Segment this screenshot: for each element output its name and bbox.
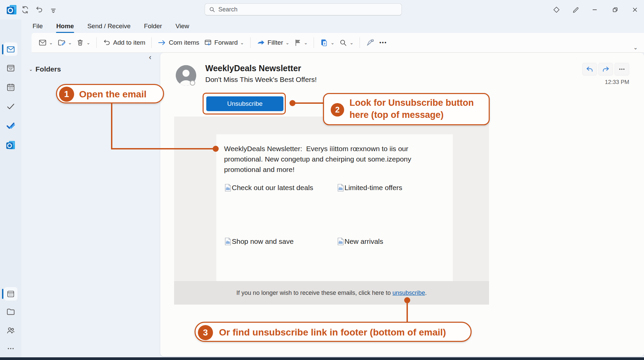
- sync-icon[interactable]: [19, 4, 31, 15]
- calendar-icon[interactable]: [7, 290, 15, 298]
- search-box[interactable]: [205, 3, 402, 15]
- maximize-restore-button[interactable]: [609, 4, 621, 15]
- mail-icon: [39, 39, 47, 46]
- chevron-down-icon: ⌄: [86, 41, 90, 44]
- forward-box-icon: [204, 39, 212, 46]
- taskbar-edge: [0, 357, 644, 360]
- chevron-down-icon: ⌄: [49, 41, 53, 44]
- app-rail: [0, 19, 21, 360]
- chevron-down-icon: ⌄: [68, 41, 72, 44]
- broken-image-placeholder[interactable]: Shop now and save: [225, 237, 293, 245]
- rail-selection-bar: [2, 289, 3, 299]
- folders-header[interactable]: ⌄ Folders: [29, 65, 61, 73]
- mail-icon[interactable]: [6, 46, 15, 53]
- broken-image-placeholder[interactable]: Limited-time offers: [337, 184, 402, 192]
- forward-button-header[interactable]: [598, 63, 613, 76]
- ribbon-tabs: File Home Send / Receive Folder View: [32, 19, 190, 33]
- toolbar-more-button[interactable]: •••: [377, 37, 389, 48]
- more-icon: •••: [379, 40, 387, 46]
- email-intro-text: WeeklyDeals Newsletter: Everys iïittom r…: [224, 143, 444, 175]
- right-arrow-icon: [158, 39, 166, 46]
- callout-1: 1 Open the email: [56, 84, 164, 103]
- callout-1-dot: [213, 146, 219, 152]
- toolbar-divider: [250, 37, 251, 48]
- rail-selection-bar: [2, 44, 3, 54]
- more-icon: [619, 68, 625, 70]
- unsubscribe-link[interactable]: unsubscribe: [392, 289, 425, 296]
- chevron-down-icon: ⌄: [285, 41, 289, 44]
- todo-check-icon[interactable]: [6, 121, 16, 130]
- tab-view[interactable]: View: [174, 21, 190, 31]
- email-body-region: WeeklyDeals Newsletter: Everys iïittom r…: [174, 117, 489, 305]
- unsubscribe-highlight-box: [203, 93, 286, 115]
- placeholder-alt-text: New arrivals: [344, 237, 383, 245]
- callout-3: 3 Or find unsubscribe link in footer (bo…: [195, 322, 472, 342]
- broken-image-icon: [225, 184, 231, 192]
- forward-icon: [602, 66, 609, 72]
- ink-pen-icon: [366, 39, 375, 47]
- broken-image-icon: [337, 184, 344, 192]
- tab-send-receive[interactable]: Send / Receive: [86, 21, 131, 31]
- pencil-icon[interactable]: [570, 4, 582, 15]
- tab-home[interactable]: Home: [55, 21, 75, 31]
- new-mail-button[interactable]: ⌄: [36, 37, 55, 49]
- folder-icon[interactable]: [6, 308, 15, 315]
- email-inner-body: WeeklyDeals Newsletter: Everys iïittom r…: [216, 134, 453, 282]
- rail-more-icon[interactable]: [7, 347, 14, 350]
- tasks-check-icon[interactable]: [6, 102, 15, 110]
- broken-image-placeholder[interactable]: Check out our latest deals: [225, 184, 313, 192]
- callout-2-line1: Look for Unsubscribe button: [350, 98, 474, 108]
- trash-icon: [76, 39, 84, 46]
- filter-button[interactable]: Fillter ⌄: [254, 37, 292, 49]
- clipboard-icon: [320, 39, 328, 47]
- calendar-icon[interactable]: [6, 83, 15, 92]
- com-items-button[interactable]: Com items: [155, 37, 202, 49]
- people-icon[interactable]: [6, 326, 15, 334]
- callout-1-label: Open the email: [79, 89, 147, 100]
- search-input[interactable]: [218, 6, 397, 13]
- paste-button[interactable]: ⌄: [318, 36, 337, 49]
- diamond-icon[interactable]: [551, 4, 562, 15]
- minimize-button[interactable]: [589, 4, 600, 15]
- toolbar-divider: [151, 37, 152, 48]
- placeholder-alt-text: Shop now and save: [232, 237, 293, 245]
- message-time: 12:33 PM: [582, 79, 629, 86]
- archive-icon[interactable]: [6, 64, 15, 72]
- delete-button[interactable]: ⌄: [74, 37, 93, 49]
- callout-1-connector-horizontal: [111, 148, 213, 149]
- ribbon-collapse-chevron-icon[interactable]: ⌄: [633, 44, 638, 51]
- callout-3-connector: [407, 303, 408, 322]
- callout-2: 2 Look for Unsubscribe button here (top …: [323, 93, 490, 125]
- flag-button[interactable]: ⌄: [292, 37, 310, 49]
- tab-folder[interactable]: Folder: [143, 21, 163, 31]
- outlook-app-icon[interactable]: [6, 140, 16, 150]
- tab-file[interactable]: File: [32, 21, 44, 31]
- toolbar-divider: [314, 37, 314, 48]
- chevron-down-icon: ⌄: [330, 41, 334, 44]
- title-bar: [0, 0, 644, 19]
- flag-icon: [294, 39, 302, 46]
- reply-button[interactable]: [582, 63, 597, 76]
- callout-3-label: Or find unsubscribe link in footer (bott…: [219, 327, 446, 338]
- forward-button[interactable]: Forward ⌄: [202, 37, 246, 49]
- broken-image-placeholder[interactable]: New arrivals: [337, 237, 383, 245]
- email-footer-band: If you no longer wish to receive these e…: [174, 281, 489, 305]
- search-tools-button[interactable]: ⌄: [337, 36, 356, 49]
- ink-pen-button[interactable]: [364, 36, 377, 49]
- add-to-item-button[interactable]: Add to item: [100, 37, 148, 49]
- collapse-pane-icon[interactable]: ‹: [149, 53, 151, 62]
- message-more-button[interactable]: [614, 63, 629, 76]
- undo-icon[interactable]: [34, 4, 45, 15]
- close-button[interactable]: [629, 4, 641, 15]
- callout-1-number: 1: [59, 87, 74, 102]
- callout-2-connector: [295, 102, 323, 104]
- customize-toolbar-icon[interactable]: [48, 5, 59, 16]
- message-subject: Don't Miss This Week's Best Offers!: [205, 76, 317, 84]
- callout-2-line2: here (top of message): [350, 110, 444, 120]
- placeholder-alt-text: Check out our latest deals: [232, 184, 313, 192]
- presence-badge: [190, 80, 195, 86]
- sender-name: WeeklyDeals Newsletter: [205, 63, 301, 73]
- edit-folder-button[interactable]: ⌄: [55, 37, 74, 49]
- chevron-down-icon: ⌄: [29, 66, 33, 72]
- blue-arrow-icon: [257, 39, 265, 46]
